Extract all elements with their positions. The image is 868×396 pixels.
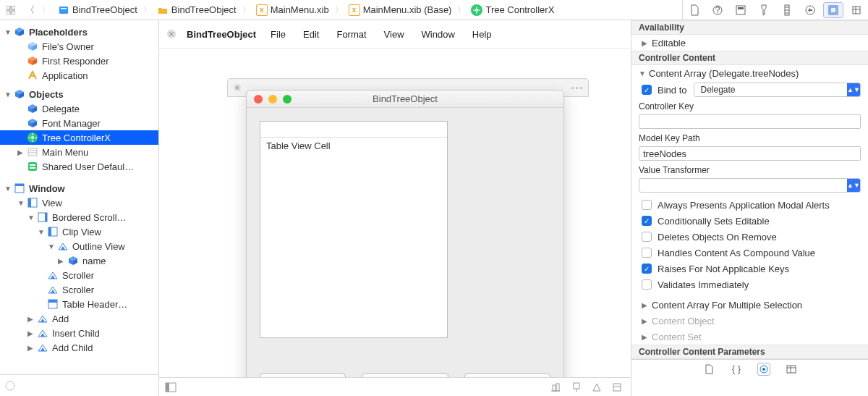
outline-view-mock[interactable]: Table View Cell	[260, 121, 448, 338]
disclosure-triangle-icon[interactable]: ▼	[4, 90, 13, 98]
checkbox-modal-alerts[interactable]	[642, 200, 652, 210]
outline-item-first-responder[interactable]: First Responder	[0, 54, 158, 68]
outline-item-clip-view[interactable]: ▼Clip View	[0, 224, 158, 239]
resolve-icon[interactable]	[592, 382, 602, 392]
menu-window[interactable]: Window	[422, 29, 455, 40]
remove-button[interactable]: Remove	[464, 373, 550, 377]
outline-item-scroller[interactable]: Scroller	[0, 282, 158, 297]
disclosure-triangle-icon[interactable]: ▼	[48, 243, 56, 250]
outline-item-insert-child-button[interactable]: ▶Insert Child	[0, 326, 158, 340]
disclosure-triangle-icon[interactable]: ▶	[58, 257, 67, 265]
binding-row-editable[interactable]: ▶ Editable	[631, 35, 868, 51]
checkbox-conditionally-sets-editable[interactable]: ✓	[642, 216, 652, 226]
bind-to-popup[interactable]: Delegate ▲▼	[694, 83, 861, 97]
file-template-library-icon[interactable]	[702, 363, 715, 376]
scene-options-icon[interactable]	[571, 87, 582, 89]
disclosure-triangle-icon[interactable]: ▼	[17, 199, 26, 207]
menu-help[interactable]: Help	[472, 29, 492, 40]
bindings-inspector-icon[interactable]	[823, 2, 843, 18]
disclosure-triangle-icon[interactable]: ▼	[639, 69, 649, 77]
disclosure-triangle-icon[interactable]: ▼	[4, 185, 13, 193]
add-button[interactable]: Add	[260, 373, 346, 377]
window-titlebar[interactable]: BindTreeObject	[247, 90, 563, 108]
disclosure-triangle-icon[interactable]: ▶	[642, 333, 652, 341]
menubar-app-name[interactable]: BindTreeObject	[187, 29, 256, 40]
disclosure-triangle-icon[interactable]: ▶	[17, 148, 26, 156]
ib-canvas[interactable]: BindTreeObject Table View Cell Add Add C…	[159, 49, 631, 377]
outline-section-placeholders[interactable]: ▼ Placeholders	[0, 25, 158, 39]
disclosure-triangle-icon[interactable]: ▶	[642, 317, 652, 325]
outline-item-view[interactable]: ▼View	[0, 195, 158, 210]
file-inspector-icon[interactable]	[683, 0, 706, 20]
outline-item-add-child-button[interactable]: ▶Add Child	[0, 340, 158, 355]
pin-icon[interactable]	[571, 382, 582, 392]
disclosure-triangle-icon[interactable]: ▶	[642, 39, 652, 47]
align-icon[interactable]	[550, 382, 561, 392]
attributes-inspector-icon[interactable]	[752, 0, 775, 20]
outline-item-tree-controller[interactable]: Tree ControllerX	[0, 130, 158, 145]
outline-item-main-menu[interactable]: ▶Main Menu	[0, 145, 158, 159]
add-child-button[interactable]: Add Child	[362, 373, 448, 377]
disclosure-triangle-icon[interactable]: ▶	[27, 329, 36, 337]
size-inspector-icon[interactable]	[775, 0, 799, 20]
checkbox-validates-immediately[interactable]	[642, 279, 652, 290]
toggle-outline-icon[interactable]	[165, 382, 176, 392]
outline-item-name-column[interactable]: ▶name	[0, 253, 158, 268]
outline-item-table-header[interactable]: Table Header…	[0, 297, 158, 311]
outline-section-window[interactable]: ▼ Window	[0, 181, 158, 195]
outline-item-font-manager[interactable]: Font Manager	[0, 116, 158, 130]
table-cell[interactable]: Table View Cell	[260, 138, 447, 154]
media-library-icon[interactable]	[785, 363, 798, 376]
menu-edit[interactable]: Edit	[303, 29, 319, 40]
disclosure-triangle-icon[interactable]: ▼	[38, 228, 46, 236]
outline-filter-bar[interactable]	[0, 374, 158, 396]
breadcrumb-item[interactable]: BindTreeObject	[54, 0, 142, 20]
code-snippet-library-icon[interactable]: { }	[730, 363, 743, 376]
effects-inspector-icon[interactable]	[845, 0, 868, 20]
checkbox-raises-not-applicable[interactable]: ✓	[642, 264, 652, 274]
identity-inspector-icon[interactable]	[729, 0, 752, 20]
value-transformer-popup[interactable]: ▲▼	[639, 178, 861, 193]
menu-file[interactable]: File	[271, 29, 286, 40]
outline-item-scroller[interactable]: Scroller	[0, 268, 158, 282]
outline-section-objects[interactable]: ▼ Objects	[0, 87, 158, 101]
checkbox-compound-value[interactable]	[642, 248, 652, 258]
nav-back-button[interactable]: 〈	[22, 4, 38, 17]
binding-row-content-object[interactable]: ▶Content Object	[631, 313, 868, 329]
disclosure-triangle-icon[interactable]: ▼	[4, 28, 13, 36]
embed-icon[interactable]	[612, 382, 622, 392]
breadcrumb-item[interactable]: Tree ControllerX	[467, 0, 558, 20]
disclosure-triangle-icon[interactable]: ▶	[27, 315, 36, 323]
outline-item-files-owner[interactable]: File's Owner	[0, 39, 158, 54]
breadcrumb-item[interactable]: x MainMenu.xib	[252, 0, 333, 20]
outline-item-delegate[interactable]: Delegate	[0, 101, 158, 116]
outline-item-add-button[interactable]: ▶Add	[0, 311, 158, 326]
menu-format[interactable]: Format	[336, 29, 366, 40]
close-icon[interactable]	[166, 29, 178, 41]
outline-item-outline-view[interactable]: ▼Outline View	[0, 239, 158, 253]
window-mock[interactable]: BindTreeObject Table View Cell Add Add C…	[246, 90, 564, 377]
connections-inspector-icon[interactable]	[799, 0, 822, 20]
related-items-icon[interactable]	[0, 6, 22, 14]
disclosure-triangle-icon[interactable]: ▶	[642, 301, 652, 309]
scene-close-icon[interactable]	[234, 84, 241, 91]
checkbox-deletes-on-remove[interactable]	[642, 232, 652, 242]
table-header[interactable]	[260, 122, 447, 138]
outline-item-shared-defaults[interactable]: Shared User Defaul…	[0, 159, 158, 174]
binding-row-content-array[interactable]: ▼ Content Array (Delegate.treeNodes)	[631, 65, 868, 81]
binding-row-content-array-multi[interactable]: ▶Content Array For Multiple Selection	[631, 297, 868, 313]
breadcrumb-item[interactable]: BindTreeObject	[153, 0, 241, 20]
object-library-icon[interactable]	[757, 363, 770, 376]
binding-row-content-set[interactable]: ▶Content Set	[631, 329, 868, 345]
bind-to-checkbox[interactable]: ✓	[642, 85, 652, 95]
disclosure-triangle-icon[interactable]: ▼	[27, 214, 36, 222]
disclosure-triangle-icon[interactable]: ▶	[27, 344, 36, 352]
menu-view[interactable]: View	[384, 29, 404, 40]
controller-key-field[interactable]	[639, 114, 861, 129]
breadcrumb-item[interactable]: x MainMenu.xib (Base)	[344, 0, 456, 20]
help-inspector-icon[interactable]: ?	[706, 0, 729, 20]
outline-item-bordered-scroll[interactable]: ▼Bordered Scroll…	[0, 210, 158, 224]
outline-item-application[interactable]: Application	[0, 68, 158, 83]
model-key-path-field[interactable]: treeNodes	[639, 146, 861, 161]
nav-forward-button[interactable]: 〉	[38, 4, 54, 17]
